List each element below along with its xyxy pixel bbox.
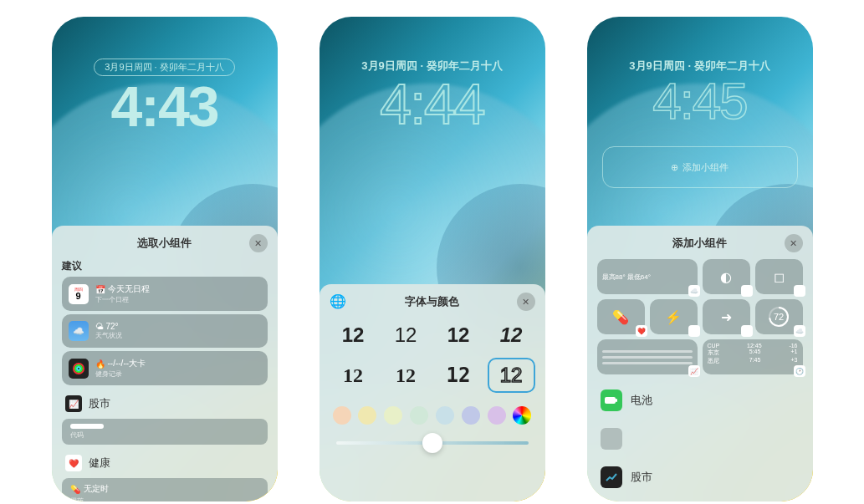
font-option-7[interactable]: 12 [435, 358, 483, 393]
list-placeholder[interactable] [597, 420, 803, 458]
panel-header: 选取小组件 ✕ [62, 236, 268, 251]
stocks-icon [601, 466, 622, 488]
suggestions-label: 建议 [62, 259, 268, 273]
suggestion-text: 📅今天无日程 下一个日程 [95, 283, 261, 304]
badge-fitness-icon: ◉ [741, 325, 753, 337]
close-button[interactable]: ✕ [517, 293, 535, 311]
lock-content: 3月9日周四 · 癸卯年二月十八 4:45 [587, 59, 813, 127]
panel-title: 选取小组件 [137, 236, 192, 251]
widget-bolt[interactable]: ⚡♪ [650, 299, 698, 334]
add-widget-zone[interactable]: ⊕ 添加小组件 [602, 146, 798, 188]
lock-content: 3月9日周四 · 癸卯年二月十八 4:44 [320, 59, 545, 132]
badge-weather-icon: ☁️ [688, 285, 700, 297]
weather-icon: ☁️ [69, 321, 89, 341]
lock-time[interactable]: 4:43 [52, 78, 278, 135]
fitness-icon [69, 359, 89, 379]
font-option-3[interactable]: 12 [435, 318, 483, 353]
slider-thumb[interactable] [422, 433, 442, 453]
stocks-preview[interactable]: 代码 [62, 419, 268, 445]
health-preview[interactable]: 💊无定时 用药 [62, 478, 268, 501]
font-grid: 12 12 12 12 12 12 12 12 [330, 318, 535, 393]
font-color-panel: 🌐 字体与颜色 ✕ 12 12 12 12 12 12 12 12 [320, 284, 545, 501]
color-option[interactable] [384, 406, 402, 425]
badge-tiktok-icon: ♪ [688, 325, 700, 337]
widget-pill[interactable]: 💊❤️ [597, 299, 645, 334]
intensity-slider[interactable] [336, 441, 529, 445]
widget-tiktok-circle[interactable]: ◐♪ [703, 259, 750, 294]
font-option-4[interactable]: 12 [488, 318, 535, 353]
badge-weather-icon: ☁️ [794, 325, 805, 337]
widget-grid: 最高88° 最低64° ☁️ ◐♪ ◻♪ 💊❤️ ⚡♪ ➜◉ 72 ☁️ 📈 C… [597, 259, 803, 374]
font-option-2[interactable]: 12 [382, 318, 430, 353]
badge-health-icon: ❤️ [636, 325, 647, 337]
close-button[interactable]: ✕ [785, 234, 803, 252]
lock-date[interactable]: 3月9日周四 · 癸卯年二月十八 [94, 59, 234, 76]
color-option[interactable] [358, 406, 376, 425]
suggestion-calendar[interactable]: 周四 9 📅今天无日程 下一个日程 [62, 277, 268, 311]
badge-clock-icon: 🕐 [794, 365, 805, 377]
color-option[interactable] [462, 406, 480, 425]
color-row [330, 400, 535, 431]
widget-activity-ring[interactable]: 72 ☁️ [755, 299, 803, 334]
widget-tiktok-square[interactable]: ◻♪ [755, 259, 803, 294]
lock-time[interactable]: 4:44 [320, 75, 545, 132]
list-stocks[interactable]: 股市 [597, 458, 803, 496]
widget-arrow[interactable]: ➜◉ [703, 299, 750, 334]
category-health[interactable]: ❤️ 健康 [62, 448, 268, 478]
panel-title: 添加小组件 [672, 236, 727, 251]
suggestion-fitness[interactable]: 🔥--/--/--大卡 健身记录 [62, 351, 268, 385]
font-option-6[interactable]: 12 [382, 358, 430, 393]
color-option[interactable] [488, 406, 506, 425]
font-option-8[interactable]: 12 [488, 358, 535, 393]
health-icon: ❤️ [65, 455, 82, 471]
widget-world-clock[interactable]: CUP12:45-16 东京5:45+1 悉尼7:45+3 🕐 [703, 339, 803, 374]
category-stocks[interactable]: 📈 股市 [62, 389, 268, 419]
font-option-1[interactable]: 12 [330, 318, 377, 353]
color-option[interactable] [436, 406, 454, 425]
placeholder-bar [70, 424, 104, 429]
badge-tiktok-icon: ♪ [741, 285, 753, 297]
plus-icon: ⊕ [671, 162, 678, 173]
globe-button[interactable]: 🌐 [330, 293, 346, 310]
widget-lines[interactable]: 📈 [597, 339, 698, 374]
close-button[interactable]: ✕ [249, 234, 268, 252]
color-option[interactable] [410, 406, 428, 425]
suggestion-text: 🌤72° 天气状况 [95, 322, 261, 340]
svg-point-2 [77, 367, 80, 370]
svg-rect-5 [605, 397, 616, 404]
lock-content: 3月9日周四 · 癸卯年二月十八 4:43 [52, 59, 278, 135]
panel-title: 字体与颜色 [405, 294, 459, 309]
battery-icon [601, 389, 622, 411]
badge-stocks-icon: 📈 [688, 365, 700, 377]
widget-weather[interactable]: 最高88° 最低64° ☁️ [597, 259, 698, 294]
color-picker-button[interactable] [513, 406, 531, 425]
panel-header: 添加小组件 ✕ [597, 236, 803, 251]
phone-3: 3月9日周四 · 癸卯年二月十八 4:45 ⊕ 添加小组件 添加小组件 ✕ 最高… [587, 17, 813, 501]
svg-rect-6 [616, 399, 617, 402]
phone-1: 3月9日周四 · 癸卯年二月十八 4:43 选取小组件 ✕ 建议 周四 9 📅今… [52, 17, 278, 501]
panel-header: 🌐 字体与颜色 ✕ [330, 294, 535, 309]
font-option-5[interactable]: 12 [330, 358, 377, 393]
color-option[interactable] [333, 406, 351, 425]
suggestion-weather[interactable]: ☁️ 🌤72° 天气状况 [62, 314, 268, 348]
add-widget-panel: 添加小组件 ✕ 最高88° 最低64° ☁️ ◐♪ ◻♪ 💊❤️ ⚡♪ ➜◉ 7… [587, 226, 813, 501]
phone-2: 3月9日周四 · 癸卯年二月十八 4:44 🌐 字体与颜色 ✕ 12 12 12… [320, 17, 545, 501]
list-battery[interactable]: 电池 [597, 381, 803, 420]
suggestion-text: 🔥--/--/--大卡 健身记录 [95, 358, 261, 379]
placeholder-icon [601, 428, 622, 450]
lock-time[interactable]: 4:45 [587, 75, 813, 127]
calendar-icon: 周四 9 [69, 284, 89, 304]
widget-picker-panel: 选取小组件 ✕ 建议 周四 9 📅今天无日程 下一个日程 ☁️ 🌤72° 天气状… [52, 226, 278, 501]
badge-tiktok-icon: ♪ [794, 285, 805, 297]
stocks-icon: 📈 [65, 395, 82, 412]
